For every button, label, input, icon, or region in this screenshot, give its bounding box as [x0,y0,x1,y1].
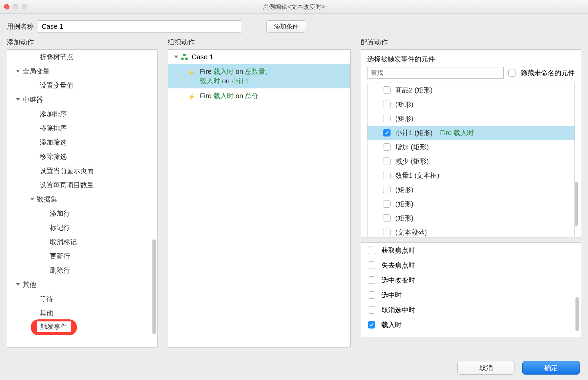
action-row[interactable]: ⚡ Fire 载入时 on 总价 [168,88,350,104]
list-item[interactable]: (矩形) [368,211,574,225]
checkbox[interactable] [368,276,375,284]
cfg-action-header: 配置动作 [361,38,581,47]
footer: 取消 确定 [457,361,580,375]
action-text: Fire 载入时 on 总价 [200,91,258,101]
chevron-down-icon [174,56,178,58]
list-item[interactable]: (矩形) [368,97,574,111]
window-title: 用例编辑<文本改变时> [0,3,588,11]
action-tree-panel: 折叠树节点 全局变量 设置变量值 中继器 添加排序 移除排序 添加筛选 移除筛选… [7,49,158,347]
element-list: 商品2 (矩形) (矩形) (矩形) 小计1 (矩形)Fire 载入时 增加 (… [367,83,575,237]
checkbox[interactable] [368,247,375,254]
event-row[interactable]: 选中改变时 [361,273,581,288]
checkbox[interactable] [368,306,375,314]
checkbox[interactable] [383,115,391,122]
bolt-icon: ⚡ [188,68,195,77]
highlight-badge: 触发事件 [31,319,77,335]
tree-item[interactable]: 折叠树节点 [7,50,157,64]
checkbox[interactable] [383,143,391,151]
event-panel: 获取焦点时 失去焦点时 选中改变时 选中时 取消选中时 载入时 [361,242,581,337]
titlebar: 用例编辑<文本改变时> [0,0,588,14]
hide-unnamed-label: 隐藏未命名的元件 [521,68,575,78]
checkbox[interactable] [383,200,391,208]
checkbox[interactable] [383,172,391,179]
tree-item-trigger-event[interactable]: 触发事件 [7,320,157,334]
add-condition-button[interactable]: 添加条件 [266,20,306,33]
tree-item[interactable]: 添加行 [7,206,157,220]
checkbox[interactable] [368,261,375,269]
tree-item[interactable]: 设置每页项目数量 [7,178,157,192]
tree-item[interactable]: 取消标记 [7,235,157,249]
tree-item[interactable]: 设置变量值 [7,78,157,92]
checkbox[interactable] [383,214,391,222]
list-item[interactable]: (矩形) [368,197,574,211]
tree-item[interactable]: 其他 [7,306,157,320]
chevron-down-icon [16,70,20,72]
event-row-checked[interactable]: 载入时 [361,317,581,332]
checkbox[interactable] [383,186,391,193]
tree-group-repeater[interactable]: 中继器 [7,92,157,107]
tree-item[interactable]: 设置当前显示页面 [7,164,157,178]
case-row: 用例名称 添加条件 [0,14,588,36]
add-action-header: 添加动作 [7,38,158,47]
action-row-selected[interactable]: ⚡ Fire 载入时 on 总数量, 载入时 on 小计1 [168,64,350,88]
event-row[interactable]: 取消选中时 [361,302,581,317]
list-item[interactable]: (矩形) [368,111,574,126]
scrollbar[interactable] [575,182,578,226]
event-row[interactable]: 选中时 [361,288,581,302]
checkbox[interactable] [383,86,391,94]
tree-item[interactable]: 添加筛选 [7,135,157,149]
tree-item[interactable]: 更新行 [7,249,157,263]
tree-item[interactable]: 移除筛选 [7,149,157,164]
search-input[interactable] [367,67,504,79]
checkbox[interactable] [383,157,391,165]
hide-unnamed-checkbox[interactable] [508,69,516,77]
org-action-header: 组织动作 [168,38,351,47]
case-name-input[interactable] [38,20,241,33]
chevron-down-icon [16,283,20,286]
element-panel: 选择被触发事件的元件 隐藏未命名的元件 商品2 (矩形) (矩形) (矩形) 小… [361,49,581,237]
scrollbar[interactable] [575,297,579,331]
list-item[interactable]: (文本段落) [368,225,574,237]
bolt-icon: ⚡ [188,92,195,102]
tree-item[interactable]: 等待 [7,292,157,306]
list-item[interactable]: 减少 (矩形) [368,154,574,168]
chevron-down-icon [30,198,34,200]
list-item[interactable]: 数量1 (文本框) [368,168,574,183]
tree-item[interactable]: 删除行 [7,263,157,277]
flow-icon [181,54,188,60]
list-item[interactable]: 增加 (矩形) [368,140,574,154]
chevron-down-icon [16,98,20,101]
cfg-subheader: 选择被触发事件的元件 [361,50,581,67]
tree-item[interactable]: 移除排序 [7,121,157,135]
checkbox[interactable] [368,291,375,299]
list-item[interactable]: (矩形) [368,183,574,197]
scrollbar[interactable] [152,239,156,334]
checkbox-checked[interactable] [368,321,375,329]
list-item-selected[interactable]: 小计1 (矩形)Fire 载入时 [368,126,574,140]
checkbox[interactable] [383,229,391,236]
action-text: Fire 载入时 on 总数量, 载入时 on 小计1 [200,67,267,86]
cancel-button[interactable]: 取消 [457,361,515,375]
event-row[interactable]: 失去焦点时 [361,258,581,273]
org-panel: Case 1 ⚡ Fire 载入时 on 总数量, 载入时 on 小计1 ⚡ F… [168,49,351,347]
tree-item[interactable]: 标记行 [7,220,157,235]
case-row[interactable]: Case 1 [168,50,350,64]
tree-group-other[interactable]: 其他 [7,277,157,292]
case-name-label: 用例名称 [7,22,34,31]
search-row: 隐藏未命名的元件 [361,67,581,83]
tree-group-global[interactable]: 全局变量 [7,64,157,78]
ok-button[interactable]: 确定 [522,361,580,375]
tree-group-dataset[interactable]: 数据集 [7,192,157,206]
list-item[interactable]: 商品2 (矩形) [368,83,574,97]
event-row[interactable]: 获取焦点时 [361,243,581,258]
checkbox[interactable] [383,101,391,108]
tree-item[interactable]: 添加排序 [7,107,157,121]
checkbox-checked[interactable] [383,129,391,136]
